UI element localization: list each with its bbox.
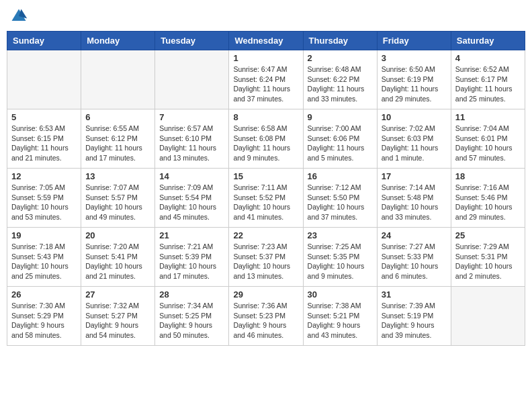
- day-info: Sunrise: 7:00 AM Sunset: 6:06 PM Dayligh…: [308, 124, 373, 163]
- day-number: 12: [11, 171, 77, 181]
- day-number: 28: [159, 289, 224, 300]
- day-number: 31: [382, 289, 447, 300]
- day-number: 27: [85, 289, 150, 300]
- day-info: Sunrise: 7:30 AM Sunset: 5:29 PM Dayligh…: [11, 301, 77, 340]
- calendar-cell: 6Sunrise: 6:55 AM Sunset: 6:12 PM Daylig…: [81, 109, 155, 169]
- calendar-cell: 12Sunrise: 7:05 AM Sunset: 5:59 PM Dayli…: [7, 169, 81, 228]
- calendar-cell: 19Sunrise: 7:18 AM Sunset: 5:43 PM Dayli…: [7, 228, 81, 287]
- day-number: 7: [159, 112, 224, 122]
- day-number: 17: [382, 171, 447, 181]
- calendar-cell: 2Sunrise: 6:48 AM Sunset: 6:22 PM Daylig…: [303, 50, 377, 109]
- weekday-monday: Monday: [81, 32, 155, 50]
- day-number: 18: [455, 171, 521, 181]
- calendar-cell: 4Sunrise: 6:52 AM Sunset: 6:17 PM Daylig…: [451, 50, 525, 109]
- day-number: 2: [308, 53, 373, 63]
- day-number: 26: [11, 289, 77, 300]
- week-row-5: 26Sunrise: 7:30 AM Sunset: 5:29 PM Dayli…: [7, 287, 525, 346]
- calendar-cell: 15Sunrise: 7:11 AM Sunset: 5:52 PM Dayli…: [229, 169, 303, 228]
- day-number: 3: [382, 53, 447, 63]
- day-info: Sunrise: 7:20 AM Sunset: 5:41 PM Dayligh…: [85, 242, 150, 281]
- day-info: Sunrise: 7:07 AM Sunset: 5:57 PM Dayligh…: [85, 183, 150, 222]
- day-info: Sunrise: 7:09 AM Sunset: 5:54 PM Dayligh…: [159, 183, 224, 222]
- day-number: 15: [233, 171, 298, 181]
- calendar-cell: 7Sunrise: 6:57 AM Sunset: 6:10 PM Daylig…: [155, 109, 229, 169]
- day-info: Sunrise: 7:36 AM Sunset: 5:23 PM Dayligh…: [233, 301, 298, 340]
- weekday-friday: Friday: [377, 32, 451, 50]
- calendar-cell: 27Sunrise: 7:32 AM Sunset: 5:27 PM Dayli…: [81, 287, 155, 346]
- day-info: Sunrise: 7:38 AM Sunset: 5:21 PM Dayligh…: [308, 301, 373, 340]
- week-row-1: 1Sunrise: 6:47 AM Sunset: 6:24 PM Daylig…: [7, 50, 525, 109]
- calendar-cell: 30Sunrise: 7:38 AM Sunset: 5:21 PM Dayli…: [303, 287, 377, 346]
- logo: [9, 7, 31, 26]
- calendar-cell: 23Sunrise: 7:25 AM Sunset: 5:35 PM Dayli…: [303, 228, 377, 287]
- day-number: 6: [85, 112, 150, 122]
- calendar-cell: 16Sunrise: 7:12 AM Sunset: 5:50 PM Dayli…: [303, 169, 377, 228]
- calendar-cell: 29Sunrise: 7:36 AM Sunset: 5:23 PM Dayli…: [229, 287, 303, 346]
- calendar-body: 1Sunrise: 6:47 AM Sunset: 6:24 PM Daylig…: [7, 50, 525, 346]
- day-info: Sunrise: 7:32 AM Sunset: 5:27 PM Dayligh…: [85, 301, 150, 340]
- page-header: [7, 7, 525, 26]
- day-info: Sunrise: 7:14 AM Sunset: 5:48 PM Dayligh…: [382, 183, 447, 222]
- day-number: 13: [85, 171, 150, 181]
- day-number: 25: [455, 230, 521, 240]
- day-info: Sunrise: 6:52 AM Sunset: 6:17 PM Dayligh…: [455, 64, 521, 104]
- day-number: 5: [11, 112, 77, 122]
- day-info: Sunrise: 7:12 AM Sunset: 5:50 PM Dayligh…: [308, 183, 373, 222]
- week-row-2: 5Sunrise: 6:53 AM Sunset: 6:15 PM Daylig…: [7, 109, 525, 169]
- day-number: 29: [233, 289, 298, 300]
- calendar-cell: [7, 50, 81, 109]
- day-number: 11: [455, 112, 521, 122]
- weekday-wednesday: Wednesday: [229, 32, 303, 50]
- day-info: Sunrise: 6:58 AM Sunset: 6:08 PM Dayligh…: [233, 124, 298, 163]
- calendar-cell: 9Sunrise: 7:00 AM Sunset: 6:06 PM Daylig…: [303, 109, 377, 169]
- day-info: Sunrise: 6:50 AM Sunset: 6:19 PM Dayligh…: [382, 64, 447, 104]
- calendar-cell: [155, 50, 229, 109]
- calendar-cell: 14Sunrise: 7:09 AM Sunset: 5:54 PM Dayli…: [155, 169, 229, 228]
- day-number: 19: [11, 230, 77, 240]
- day-info: Sunrise: 7:16 AM Sunset: 5:46 PM Dayligh…: [455, 183, 521, 222]
- calendar-cell: 31Sunrise: 7:39 AM Sunset: 5:19 PM Dayli…: [377, 287, 451, 346]
- day-info: Sunrise: 7:04 AM Sunset: 6:01 PM Dayligh…: [455, 124, 521, 163]
- calendar-table: SundayMondayTuesdayWednesdayThursdayFrid…: [7, 31, 525, 346]
- day-info: Sunrise: 7:34 AM Sunset: 5:25 PM Dayligh…: [159, 301, 224, 340]
- weekday-thursday: Thursday: [303, 32, 377, 50]
- day-number: 22: [233, 230, 298, 240]
- calendar-cell: 17Sunrise: 7:14 AM Sunset: 5:48 PM Dayli…: [377, 169, 451, 228]
- day-info: Sunrise: 7:21 AM Sunset: 5:39 PM Dayligh…: [159, 242, 224, 281]
- weekday-header-row: SundayMondayTuesdayWednesdayThursdayFrid…: [7, 32, 525, 50]
- day-number: 8: [233, 112, 298, 122]
- day-number: 21: [159, 230, 224, 240]
- week-row-4: 19Sunrise: 7:18 AM Sunset: 5:43 PM Dayli…: [7, 228, 525, 287]
- calendar-cell: 24Sunrise: 7:27 AM Sunset: 5:33 PM Dayli…: [377, 228, 451, 287]
- calendar-cell: 13Sunrise: 7:07 AM Sunset: 5:57 PM Dayli…: [81, 169, 155, 228]
- calendar-cell: [451, 287, 525, 346]
- day-info: Sunrise: 6:48 AM Sunset: 6:22 PM Dayligh…: [308, 64, 373, 104]
- calendar-header: SundayMondayTuesdayWednesdayThursdayFrid…: [7, 32, 525, 50]
- day-number: 1: [233, 53, 298, 63]
- calendar-cell: 21Sunrise: 7:21 AM Sunset: 5:39 PM Dayli…: [155, 228, 229, 287]
- day-number: 24: [382, 230, 447, 240]
- day-info: Sunrise: 6:55 AM Sunset: 6:12 PM Dayligh…: [85, 124, 150, 163]
- day-info: Sunrise: 7:25 AM Sunset: 5:35 PM Dayligh…: [308, 242, 373, 281]
- logo-icon: [9, 7, 28, 26]
- calendar-cell: [81, 50, 155, 109]
- day-number: 16: [308, 171, 373, 181]
- calendar-cell: 18Sunrise: 7:16 AM Sunset: 5:46 PM Dayli…: [451, 169, 525, 228]
- week-row-3: 12Sunrise: 7:05 AM Sunset: 5:59 PM Dayli…: [7, 169, 525, 228]
- calendar-cell: 28Sunrise: 7:34 AM Sunset: 5:25 PM Dayli…: [155, 287, 229, 346]
- day-info: Sunrise: 7:18 AM Sunset: 5:43 PM Dayligh…: [11, 242, 77, 281]
- day-number: 10: [382, 112, 447, 122]
- day-number: 9: [308, 112, 373, 122]
- day-info: Sunrise: 7:27 AM Sunset: 5:33 PM Dayligh…: [382, 242, 447, 281]
- calendar-cell: 1Sunrise: 6:47 AM Sunset: 6:24 PM Daylig…: [229, 50, 303, 109]
- day-number: 4: [455, 53, 521, 63]
- weekday-sunday: Sunday: [7, 32, 81, 50]
- weekday-tuesday: Tuesday: [155, 32, 229, 50]
- day-info: Sunrise: 7:11 AM Sunset: 5:52 PM Dayligh…: [233, 183, 298, 222]
- calendar-cell: 5Sunrise: 6:53 AM Sunset: 6:15 PM Daylig…: [7, 109, 81, 169]
- calendar-cell: 22Sunrise: 7:23 AM Sunset: 5:37 PM Dayli…: [229, 228, 303, 287]
- day-number: 20: [85, 230, 150, 240]
- day-info: Sunrise: 6:57 AM Sunset: 6:10 PM Dayligh…: [159, 124, 224, 163]
- calendar-cell: 25Sunrise: 7:29 AM Sunset: 5:31 PM Dayli…: [451, 228, 525, 287]
- calendar-cell: 26Sunrise: 7:30 AM Sunset: 5:29 PM Dayli…: [7, 287, 81, 346]
